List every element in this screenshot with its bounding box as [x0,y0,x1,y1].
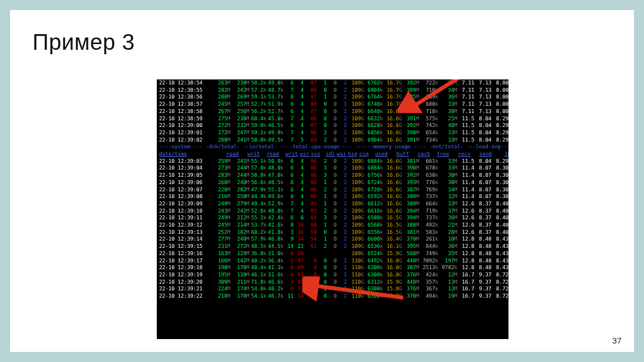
stat-row: 22-10 12:39:20309M211M71.8k46.6k39150021… [157,279,508,286]
stat-row: 22-10 12:39:05283M244M58.8k47.0k64863021… [157,172,508,179]
stat-row: 22-10 12:38:56280M269M59.1k53.7k64871021… [157,93,508,101]
stat-row: 22-10 12:39:22218M178M54.1k46.7k11543100… [157,293,508,300]
stat-row: 22-10 12:38:58267M256M56.2k52.7k64870021… [157,108,508,115]
slide-title: Пример 3 [32,30,135,55]
stat-row: 22-10 12:38:57245M257M52.7k51.9k64880011… [157,101,508,108]
stat-row: 22-10 12:39:09249M279M49.4k52.9k74851021… [157,200,508,208]
terminal-output: 22-10 12:38:54263M238M58.2k49.0k64871021… [157,79,508,339]
stat-row: 22-10 12:39:06260M240M56.6k48.5k64861021… [157,179,508,186]
stat-row: 22-10 12:39:16163M129M36.8k31.0k880109G6… [157,250,508,257]
stat-row: 22-10 12:39:15231M272M48.5k44.5k14226120… [157,243,508,250]
stat-row: 22-10 12:39:11249M212M55.1k42.4k66843021… [157,214,508,222]
stat-row: 22-10 12:39:12245M214M53.7k42.6k83060102… [157,222,508,229]
dstat-header-groups: ----system---- -dsk/total- --io/total- -… [157,143,508,151]
stat-row: 22-10 12:39:18198M170M48.4k41.3k68940011… [157,264,508,271]
stat-row: 22-10 12:39:10243M242M52.6k48.0k74852021… [157,208,508,215]
stat-row: 22-10 12:38:54263M238M58.2k49.0k64871021… [157,79,508,87]
page-number: 37 [612,336,622,345]
stat-row: 22-10 12:39:07228M282M47.9k55.1k64862021… [157,186,508,194]
stat-row: 22-10 12:39:17166M142M40.2k36.4k29700011… [157,257,508,265]
stat-row: 22-10 12:39:01272M247M59.1k49.9k74862021… [157,129,508,137]
stat-row: 22-10 12:39:00272M232M59.0k46.5k64870021… [157,122,508,129]
dstat-header-columns: date/timereadwritreadwritusrsysidlwaihiq… [157,151,508,158]
stat-row: 22-10 12:39:14277M240M57.9k46.8k93454102… [157,236,508,243]
stat-row: 22-10 12:38:59275M238M60.4k45.0k74860021… [157,115,508,123]
stat-row: 22-10 12:39:19195M139M46.1k31.6k69300011… [157,271,508,279]
stat-row: 22-10 12:39:03259M241M55.1k50.9k64862021… [157,158,508,165]
stat-row: 22-10 12:39:04273M244M57.0k48.0k64863021… [157,164,508,172]
slide: Пример 3 37 22-10 12:38:54263M238M58.2k4… [10,10,634,352]
stat-row: 22-10 12:39:13252M182M60.2k41.8k33659002… [157,229,508,236]
stat-row: 22-10 12:39:02288M241M58.0k49.5k75842021… [157,137,508,144]
stat-row: 22-10 12:39:08216M258M44.9k49.6k64861021… [157,193,508,200]
stat-row: 22-10 12:38:55282M243M57.2k48.7k74860021… [157,87,508,94]
stat-row: 22-10 12:39:21224M174M54.0k40.2k67716001… [157,285,508,293]
